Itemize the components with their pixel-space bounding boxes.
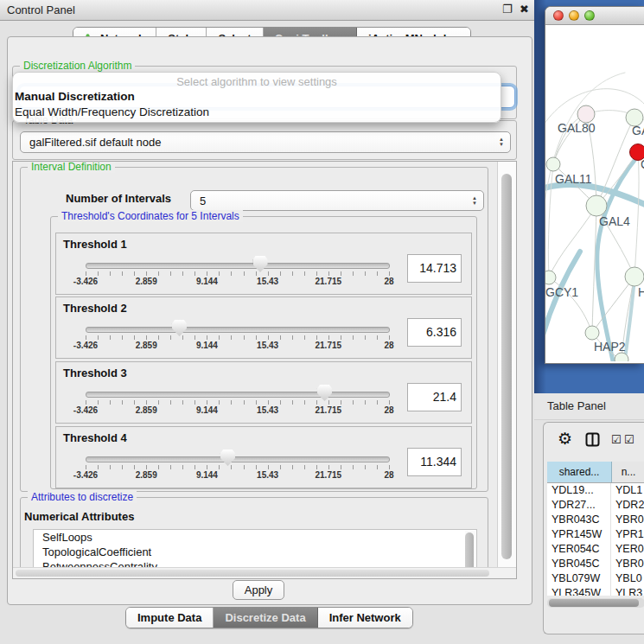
- network-node-hap2[interactable]: [585, 326, 599, 340]
- network-node-gal80[interactable]: [577, 105, 595, 123]
- threshold-box: Threshold 4-3.4262.8599.14415.4321.71528…: [55, 426, 472, 488]
- settings-horizontal-scrollbar[interactable]: [13, 567, 516, 578]
- table-panel-title: Table Panel: [547, 399, 606, 412]
- tab-infer-network[interactable]: Infer Network: [318, 608, 412, 628]
- mac-close-button[interactable]: [553, 10, 564, 21]
- slider-track[interactable]: [86, 327, 390, 333]
- algorithm-option[interactable]: Manual Discretization: [13, 89, 501, 105]
- network-node-gal11[interactable]: [546, 157, 560, 171]
- scale-tick-label: -3.426: [73, 470, 98, 480]
- scale-tick-label: 9.144: [196, 405, 218, 415]
- tab-label: Infer Network: [329, 608, 401, 628]
- mac-zoom-button[interactable]: [584, 10, 595, 21]
- algorithm-option[interactable]: Equal Width/Frequency Discretization: [13, 105, 501, 120]
- slider-thumb[interactable]: [220, 450, 235, 466]
- network-view-window: GAL80GACGAL11GAL4GCY1HHAP2: [545, 6, 644, 364]
- cell-name: YDR2: [611, 498, 644, 513]
- network-edge[interactable]: [634, 152, 639, 277]
- network-node-label: GAL4: [599, 214, 630, 228]
- checkbox-icon[interactable]: ☑: [624, 434, 634, 446]
- attribute-list-item[interactable]: SelfLoops: [34, 530, 476, 545]
- network-node-h[interactable]: [625, 267, 644, 286]
- scale-tick-label: 15.43: [257, 405, 278, 415]
- panel-title: Control Panel: [7, 3, 75, 16]
- slider-scale: -3.4262.8599.14415.4321.71528: [86, 470, 389, 481]
- slider-ticks: [86, 335, 390, 340]
- slider-track[interactable]: [86, 456, 390, 462]
- table-row[interactable]: YBR043CYBR0: [547, 513, 644, 527]
- cell-name: YLR3: [611, 586, 644, 596]
- column-header-shared[interactable]: shared...: [547, 462, 612, 482]
- checkbox-icon[interactable]: ☑: [611, 434, 622, 446]
- network-edge-thick[interactable]: [597, 155, 639, 361]
- split-view-icon[interactable]: [585, 432, 600, 450]
- cell-name: YPR1: [611, 527, 644, 542]
- tab-impute-data[interactable]: Impute Data: [126, 608, 214, 628]
- algorithm-options: Manual DiscretizationEqual Width/Frequen…: [13, 89, 501, 120]
- table-horizontal-scrollbar[interactable]: [547, 598, 644, 608]
- network-node-gcy1[interactable]: [545, 271, 556, 284]
- table-row[interactable]: YPR145WYPR1: [547, 527, 644, 542]
- settings-vertical-scrollbar[interactable]: [497, 162, 516, 568]
- column-header-name[interactable]: n...: [612, 462, 644, 482]
- scale-tick-label: 2.859: [136, 470, 157, 480]
- network-graph: GAL80GACGAL11GAL4GCY1HHAP2: [545, 25, 644, 361]
- slider-ticks: [86, 465, 390, 469]
- slider-thumb[interactable]: [172, 320, 187, 336]
- table-row[interactable]: YDR27...YDR2: [547, 498, 644, 513]
- table-row[interactable]: YBL079WYBL0: [547, 571, 644, 586]
- mac-minimize-button[interactable]: [569, 10, 579, 21]
- table-row[interactable]: YER054CYER0: [547, 542, 644, 557]
- slider-track[interactable]: [86, 263, 390, 269]
- scale-tick-label: -3.426: [73, 405, 98, 415]
- slider-ticks: [86, 271, 390, 276]
- table-header-row: shared... n...: [547, 462, 644, 483]
- settings-scroll-area: Interval Definition Number of Intervals …: [12, 161, 517, 579]
- float-window-icon[interactable]: ❐: [502, 3, 513, 16]
- network-canvas[interactable]: GAL80GACGAL11GAL4GCY1HHAP2: [545, 25, 644, 361]
- interval-definition-title: Interval Definition: [28, 161, 115, 173]
- scale-tick-label: 15.43: [257, 277, 278, 286]
- tab-label: Impute Data: [137, 608, 201, 628]
- cell-shared-name: YPR145W: [547, 527, 611, 542]
- table-data-combobox[interactable]: galFiltered.sif default node ▲▼: [20, 131, 511, 153]
- scale-tick-label: 28: [384, 341, 393, 350]
- apply-button[interactable]: Apply: [233, 580, 284, 600]
- slider-track[interactable]: [86, 392, 390, 398]
- cell-name: YBR0: [611, 557, 644, 571]
- control-panel-titlebar: Control Panel ❐ ✖: [0, 0, 536, 21]
- threshold-value-field[interactable]: 6.316: [407, 318, 462, 347]
- scale-tick-label: 9.144: [196, 341, 218, 350]
- numerical-attributes-heading: Numerical Attributes: [24, 510, 134, 523]
- network-node-label: GCY1: [545, 285, 578, 299]
- scale-tick-label: 15.43: [257, 341, 278, 350]
- threshold-value-field[interactable]: 11.344: [407, 448, 462, 476]
- slider-thumb[interactable]: [253, 256, 268, 272]
- scale-tick-label: 28: [384, 405, 393, 415]
- slider-ticks: [86, 400, 390, 405]
- scale-tick-label: 9.144: [196, 470, 218, 480]
- attribute-list-item[interactable]: TopologicalCoefficient: [34, 545, 476, 559]
- node-table[interactable]: shared... n... YDL19...YDL1YDR27...YDR2Y…: [547, 462, 644, 596]
- scale-tick-label: 2.859: [136, 405, 157, 415]
- num-intervals-combobox[interactable]: 5 ▲▼: [190, 190, 484, 211]
- table-row[interactable]: YBR045CYBR0: [547, 557, 644, 571]
- cell-shared-name: YBR045C: [547, 557, 611, 571]
- network-node-gal4[interactable]: [586, 195, 607, 216]
- cell-name: YDL1: [611, 483, 644, 498]
- threshold-value-field[interactable]: 14.713: [407, 254, 462, 283]
- discretization-algorithm-title: Discretization Algorithm: [20, 60, 135, 72]
- table-data-group: Table Data galFiltered.sif default node …: [12, 120, 517, 160]
- network-edge[interactable]: [548, 164, 553, 277]
- close-icon[interactable]: ✖: [520, 3, 529, 16]
- table-row[interactable]: YDL19...YDL1: [547, 483, 644, 498]
- threshold-box: Threshold 2-3.4262.8599.14415.4321.71528…: [55, 296, 472, 359]
- threshold-value-field[interactable]: 21.4: [407, 383, 462, 411]
- cell-shared-name: YDL19...: [547, 483, 611, 498]
- cell-name: YER0: [611, 542, 644, 557]
- gear-icon[interactable]: ⚙: [558, 430, 572, 449]
- tab-discretize-data[interactable]: Discretize Data: [214, 608, 317, 628]
- slider-thumb[interactable]: [317, 385, 332, 401]
- table-row[interactable]: YLR345WYLR3: [547, 586, 644, 596]
- table-panel-window: ⚙ ☑ ☑ shared... n... YDL19...YDL1YDR27..…: [543, 422, 644, 634]
